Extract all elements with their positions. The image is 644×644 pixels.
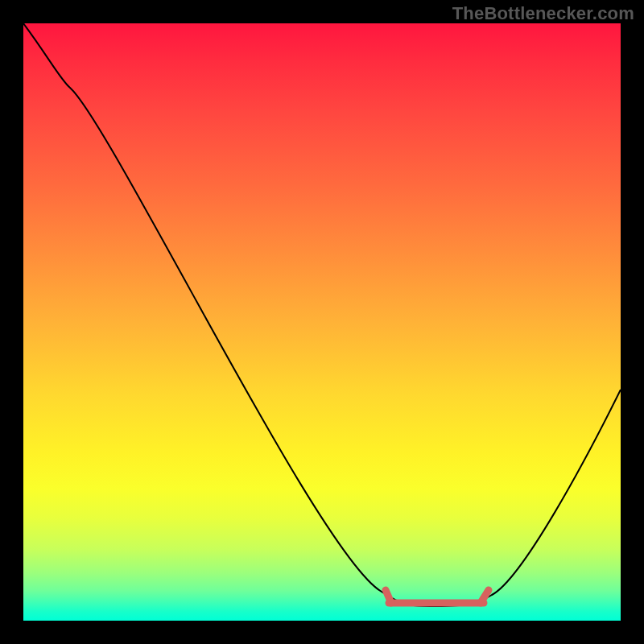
curve-path [23, 23, 621, 606]
valley-tick-right [481, 590, 489, 603]
watermark-text: TheBottlenecker.com [452, 3, 634, 24]
plot-area [23, 23, 621, 621]
chart-frame: TheBottlenecker.com [0, 0, 644, 644]
curve-svg [23, 23, 621, 621]
valley-tick-left [386, 590, 391, 603]
